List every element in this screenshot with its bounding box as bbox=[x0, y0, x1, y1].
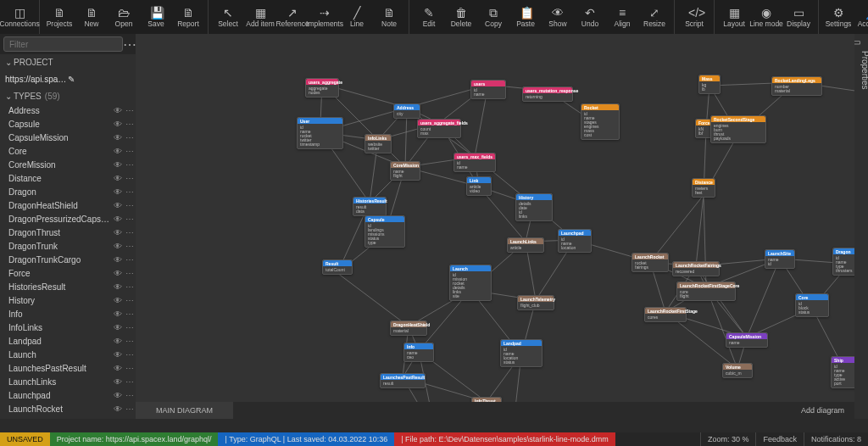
visibility-icon[interactable]: 👁 bbox=[112, 106, 124, 115]
type-more-icon[interactable]: ⋯ bbox=[124, 337, 136, 346]
visibility-icon[interactable]: 👁 bbox=[112, 120, 124, 129]
node-Volume[interactable]: Volumecubic_m bbox=[722, 363, 753, 378]
visibility-icon[interactable]: 👁 bbox=[112, 323, 124, 332]
undo-button[interactable]: ↶Undo bbox=[576, 0, 604, 34]
node-Ship[interactable]: Shipidnametypeactiveport bbox=[831, 356, 854, 388]
type-item[interactable]: Landpad👁⋯ bbox=[0, 334, 136, 348]
node-Link[interactable]: Linkarticlevideo bbox=[466, 176, 492, 196]
type-more-icon[interactable]: ⋯ bbox=[124, 296, 136, 305]
filter-input[interactable] bbox=[3, 36, 123, 52]
status-feedback[interactable]: Feedback bbox=[755, 432, 804, 446]
visibility-icon[interactable]: 👁 bbox=[112, 282, 124, 292]
node-History[interactable]: Historydetailsdateidlinks bbox=[515, 193, 553, 221]
node-RocketSecondStage[interactable]: RocketSecondStageenginesburnthrustpayloa… bbox=[710, 115, 766, 143]
type-more-icon[interactable]: ⋯ bbox=[124, 269, 136, 278]
type-more-icon[interactable]: ⋯ bbox=[124, 106, 136, 115]
node-users_mutation_response[interactable]: users_mutation_responsereturning bbox=[522, 86, 573, 102]
layout-button[interactable]: ▦Layout bbox=[720, 0, 748, 34]
type-item[interactable]: DragonTrunkCargo👁⋯ bbox=[0, 253, 136, 266]
open-button[interactable]: 🗁Open bbox=[109, 0, 138, 34]
node-LaunchSite[interactable]: LaunchSitenameid bbox=[765, 249, 795, 269]
types-section-header[interactable]: ⌄ TYPES (59) bbox=[0, 88, 136, 103]
status-zoom[interactable]: Zoom: 30 % bbox=[700, 432, 756, 446]
node-Distance[interactable]: Distancemetersfeet bbox=[692, 178, 715, 198]
type-more-icon[interactable]: ⋯ bbox=[124, 133, 136, 142]
settings-button[interactable]: ⚙Settings bbox=[824, 0, 853, 34]
resize-button[interactable]: ⤢Resize bbox=[640, 0, 669, 34]
visibility-icon[interactable]: 👁 bbox=[112, 255, 124, 265]
type-more-icon[interactable]: ⋯ bbox=[124, 201, 136, 210]
type-item[interactable]: Launchpad👁⋯ bbox=[0, 388, 136, 402]
node-LaunchRocketFairings[interactable]: LaunchRocketFairingsrecovered bbox=[672, 261, 720, 276]
visibility-icon[interactable]: 👁 bbox=[112, 228, 124, 237]
visibility-icon[interactable]: 👁 bbox=[112, 391, 124, 400]
type-more-icon[interactable]: ⋯ bbox=[124, 215, 136, 224]
visibility-icon[interactable]: 👁 bbox=[112, 174, 124, 183]
show-button[interactable]: 👁Show bbox=[543, 0, 572, 34]
type-item[interactable]: DragonTrunk👁⋯ bbox=[0, 239, 136, 253]
node-Mass[interactable]: Masskglb bbox=[698, 75, 721, 94]
visibility-icon[interactable]: 👁 bbox=[112, 350, 124, 360]
visibility-icon[interactable]: 👁 bbox=[112, 309, 124, 319]
type-item[interactable]: DragonPressurizedCapsule👁⋯ bbox=[0, 212, 136, 226]
visibility-icon[interactable]: 👁 bbox=[112, 377, 124, 387]
node-Capsule[interactable]: Capsuleidlandingsmissionsstatustype bbox=[364, 215, 405, 248]
type-more-icon[interactable]: ⋯ bbox=[124, 323, 136, 332]
type-more-icon[interactable]: ⋯ bbox=[124, 120, 136, 129]
new-button[interactable]: 🗎New bbox=[77, 0, 106, 34]
node-users_aggregate_fields[interactable]: users_aggregate_fieldscountmax bbox=[417, 119, 461, 138]
type-more-icon[interactable]: ⋯ bbox=[124, 147, 136, 156]
node-Info[interactable]: Infonameceo bbox=[403, 343, 434, 362]
type-item[interactable]: Address👁⋯ bbox=[0, 103, 136, 117]
type-item[interactable]: LaunchRocketFairings👁⋯ bbox=[0, 415, 136, 419]
node-LaunchRocketFirstStageCore[interactable]: LaunchRocketFirstStageCorecoreflight bbox=[676, 282, 736, 301]
visibility-icon[interactable]: 👁 bbox=[112, 242, 124, 251]
type-item[interactable]: LaunchLinks👁⋯ bbox=[0, 375, 136, 388]
type-item[interactable]: DragonHeatShield👁⋯ bbox=[0, 198, 136, 212]
type-item[interactable]: LaunchRocket👁⋯ bbox=[0, 402, 136, 415]
node-Dragon[interactable]: Dragonidnametypethrusters bbox=[832, 248, 854, 276]
type-item[interactable]: LaunchesPastResult👁⋯ bbox=[0, 361, 136, 375]
report-button[interactable]: 🗎Report bbox=[174, 0, 203, 34]
reference-button[interactable]: ↗Reference bbox=[278, 0, 307, 34]
type-more-icon[interactable]: ⋯ bbox=[124, 242, 136, 251]
paste-button[interactable]: 📋Paste bbox=[511, 0, 540, 34]
type-item[interactable]: Force👁⋯ bbox=[0, 266, 136, 280]
visibility-icon[interactable]: 👁 bbox=[112, 147, 124, 156]
copy-button[interactable]: ⧉Copy bbox=[479, 0, 508, 34]
save-button[interactable]: 💾Save bbox=[142, 0, 170, 34]
type-more-icon[interactable]: ⋯ bbox=[124, 174, 136, 183]
node-Result[interactable]: ResulttotalCount bbox=[322, 259, 353, 275]
visibility-icon[interactable]: 👁 bbox=[112, 337, 124, 346]
visibility-icon[interactable]: 👁 bbox=[112, 418, 124, 420]
node-Landpad[interactable]: Landpadidnamelocationstatus bbox=[500, 339, 542, 367]
node-users_max_fields[interactable]: users_max_fieldsidname bbox=[453, 153, 496, 172]
linemode-button[interactable]: ◉Line mode bbox=[752, 0, 781, 34]
node-InfoLinks[interactable]: InfoLinkswebsitetwitter bbox=[364, 134, 392, 153]
node-CapsuleMission[interactable]: CapsuleMissionname bbox=[726, 332, 768, 348]
node-LaunchRocketFirstStage[interactable]: LaunchRocketFirstStagecores bbox=[644, 307, 687, 322]
visibility-icon[interactable]: 👁 bbox=[112, 404, 124, 414]
node-Core[interactable]: Coreidblockstatus bbox=[795, 293, 829, 317]
type-more-icon[interactable]: ⋯ bbox=[124, 228, 136, 237]
type-item[interactable]: Launch👁⋯ bbox=[0, 348, 136, 361]
node-DragonHeatShield[interactable]: DragonHeatShieldmaterial bbox=[390, 321, 427, 336]
node-CoreMission[interactable]: CoreMissionnameflight bbox=[390, 161, 420, 181]
node-User[interactable]: Useridnamerockettwittertimestamp bbox=[297, 117, 343, 149]
visibility-icon[interactable]: 👁 bbox=[112, 364, 124, 373]
projects-button[interactable]: 🗎Projects bbox=[45, 0, 74, 34]
node-LaunchRocket[interactable]: LaunchRocketrocketfairings bbox=[632, 253, 669, 272]
node-HistoriesResult[interactable]: HistoriesResultresultdata bbox=[353, 197, 387, 216]
type-more-icon[interactable]: ⋯ bbox=[124, 391, 136, 400]
type-more-icon[interactable]: ⋯ bbox=[124, 255, 136, 265]
visibility-icon[interactable]: 👁 bbox=[112, 296, 124, 305]
type-more-icon[interactable]: ⋯ bbox=[124, 187, 136, 197]
diagram-canvas[interactable]: users_aggregateaggregatenodesusersidname… bbox=[136, 34, 854, 419]
diagram-tab-main[interactable]: MAIN DIAGRAM bbox=[136, 402, 233, 419]
line-button[interactable]: ╱Line bbox=[342, 0, 371, 34]
node-users[interactable]: usersidname bbox=[470, 80, 506, 99]
visibility-icon[interactable]: 👁 bbox=[112, 133, 124, 142]
type-more-icon[interactable]: ⋯ bbox=[124, 350, 136, 360]
project-section-header[interactable]: ⌄ PROJECT bbox=[0, 54, 136, 70]
visibility-icon[interactable]: 👁 bbox=[112, 269, 124, 278]
